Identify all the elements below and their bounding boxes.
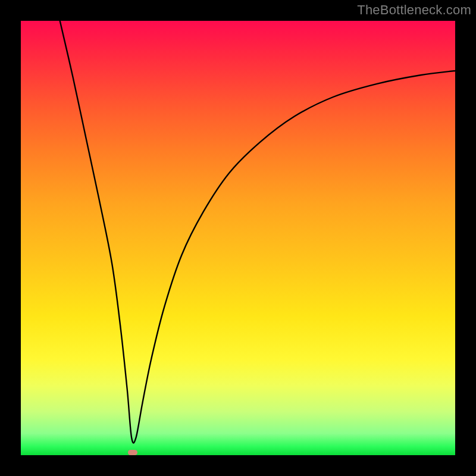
chart-frame: TheBottleneck.com [0, 0, 476, 476]
optimal-marker [128, 450, 137, 455]
plot-area [21, 21, 455, 455]
bottleneck-curve [21, 21, 455, 455]
watermark-text: TheBottleneck.com [357, 2, 471, 18]
